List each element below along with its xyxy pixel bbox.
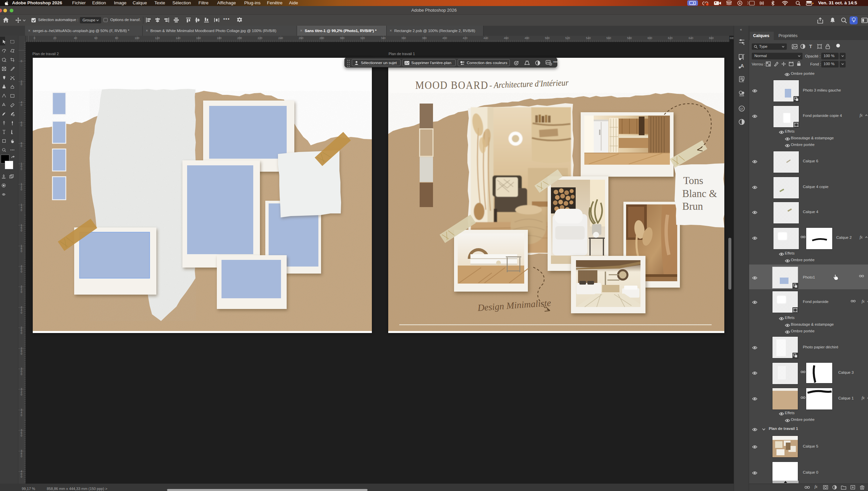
svg-text:A: A [741,63,744,68]
svg-text:Blanc &: Blanc & [682,188,717,199]
svg-text:MOOD BOARD: MOOD BOARD [415,79,488,91]
svg-text:Brun: Brun [682,200,703,212]
svg-text:Tons: Tons [683,175,703,186]
svg-text:cr: cr [741,107,743,111]
